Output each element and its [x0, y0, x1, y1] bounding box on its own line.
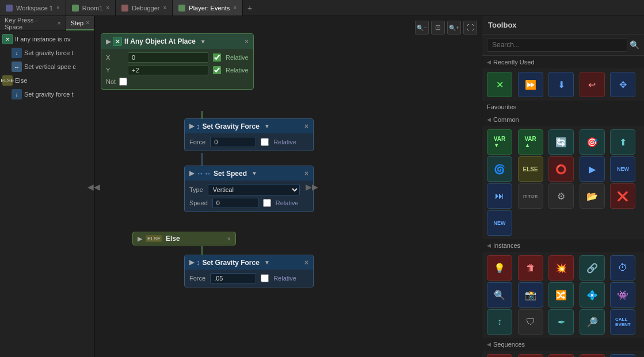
light-icon[interactable]: 💡 [487, 255, 512, 281]
var-set-icon[interactable]: VAR▼ [487, 129, 512, 155]
else-block[interactable]: ▶ ELSE Else × [132, 232, 236, 245]
tab-room1-close[interactable]: × [106, 5, 109, 11]
spin-icon[interactable]: 🌀 [487, 156, 512, 182]
left-panel-collapse-button[interactable]: ◀◀ [87, 182, 100, 191]
shuffle-icon[interactable]: 🔀 [548, 282, 574, 308]
set-speed-speed-input[interactable] [212, 198, 258, 208]
search-icon[interactable]: 🔍 [630, 40, 639, 49]
tab-key-press-space-close[interactable]: × [58, 20, 61, 26]
recently-used-move-icon[interactable]: ✥ [610, 72, 635, 97]
alarm-icon[interactable]: ⏱ [610, 255, 635, 281]
if-block-header[interactable]: ▶ ✕ If Any Object At Place ▼ × [101, 34, 253, 49]
common-grid: VAR▼ VAR▲ 🔄 🎯 ⬆ 🌀 ELSE ⭕ ▶ NEW ⏭ mm:m ⚙ … [482, 126, 644, 239]
repeat-icon[interactable]: ⭕ [548, 156, 574, 182]
section-sequences[interactable]: ◀ Sequences [482, 338, 644, 351]
section-favourites[interactable]: Favourites [482, 101, 644, 113]
set-gravity2-close[interactable]: × [304, 259, 308, 267]
if-block-dropdown-icon[interactable]: ▼ [200, 39, 206, 45]
timer-icon[interactable]: mm:m [518, 183, 543, 209]
recently-used-return-icon[interactable]: ↩ [580, 72, 605, 97]
var-get-icon[interactable]: VAR▲ [518, 129, 543, 155]
set-speed-type-select[interactable]: Vertical Horizontal Both [208, 184, 300, 195]
list-item[interactable]: ELSE Else [0, 74, 94, 87]
zoom-fit-button[interactable]: ⊡ [431, 21, 445, 34]
seq-right-icon[interactable]: ▶ [548, 354, 574, 357]
destroy-icon[interactable]: 🗑 [518, 255, 543, 281]
right-panel-collapse-button[interactable]: ▶▶ [306, 182, 318, 191]
tab-step-close[interactable]: × [86, 20, 89, 26]
flip-icon[interactable]: ↕ [487, 309, 512, 335]
recently-used-condition-icon[interactable]: ✕ [487, 72, 512, 97]
pen-icon[interactable]: ✒ [548, 309, 574, 335]
target-icon[interactable]: 🎯 [580, 129, 605, 155]
delete-icon[interactable]: ❌ [610, 183, 635, 209]
set-gravity-dropdown-icon[interactable]: ▼ [264, 123, 270, 129]
list-item[interactable]: ↓ Set gravity force t [0, 46, 94, 60]
set-speed-close[interactable]: × [304, 170, 308, 178]
set-gravity2-header[interactable]: ▶ ↕ Set Gravity Force ▼ × [185, 255, 313, 270]
list-item[interactable]: ↔ Set vertical spee c [0, 60, 94, 74]
seq-down-icon[interactable]: ⬇ [580, 354, 605, 357]
link-icon[interactable]: 🔗 [580, 255, 605, 281]
shield-icon[interactable]: 🛡 [518, 309, 543, 335]
tab-workspace-close[interactable]: × [56, 5, 60, 11]
tab-room1[interactable]: Room1 × [66, 0, 116, 16]
set-gravity2-force-input[interactable] [210, 273, 256, 283]
set-gravity-header[interactable]: ▶ ↕ Set Gravity Force ▼ × [185, 119, 313, 133]
add-tab-button[interactable]: + [243, 3, 257, 13]
if-block-close[interactable]: × [245, 38, 248, 45]
set-gravity-relative-checkbox[interactable] [261, 138, 269, 146]
if-block-x-relative-checkbox[interactable] [213, 53, 221, 62]
tab-step[interactable]: Step × [66, 16, 94, 30]
if-block-x-input[interactable] [128, 52, 208, 63]
set-gravity-force-input[interactable] [210, 137, 256, 147]
zoom-out-button[interactable]: 🔍− [415, 21, 429, 34]
list-item[interactable]: ✕ If any instance is ov [0, 32, 94, 46]
zoom-icon[interactable]: 🔎 [580, 309, 605, 335]
if-block-not-checkbox[interactable] [119, 78, 127, 86]
else-close-button[interactable]: × [227, 235, 231, 242]
tab-debugger[interactable]: Debugger × [116, 0, 173, 16]
camera-icon[interactable]: 📸 [518, 282, 543, 308]
set-gravity2-dropdown-icon[interactable]: ▼ [264, 259, 270, 266]
seq-up-icon[interactable]: ⬆ [518, 354, 543, 357]
seq-left-icon[interactable]: ◀ [487, 354, 512, 357]
sprite-icon[interactable]: 👾 [610, 282, 635, 308]
destroy2-icon[interactable]: 💥 [548, 255, 574, 281]
play-icon[interactable]: ▶ [580, 156, 605, 182]
tab-key-press-space[interactable]: Key Press - Space × [0, 16, 66, 30]
section-instances[interactable]: ◀ Instances [482, 239, 644, 252]
diamond-icon[interactable]: 💠 [580, 282, 605, 308]
section-recently-used[interactable]: ◀ Recently Used [482, 56, 644, 68]
tab-debugger-close[interactable]: × [163, 5, 166, 11]
up-icon[interactable]: ⬆ [610, 129, 635, 155]
section-common[interactable]: ◀ Common [482, 113, 644, 126]
if-block-y-relative-checkbox[interactable] [213, 66, 221, 74]
fullscreen-button[interactable]: ⛶ [463, 21, 477, 34]
tab-player-events[interactable]: Player: Events × [173, 0, 243, 16]
zoom-in-button[interactable]: 🔍+ [447, 21, 461, 34]
new2-icon[interactable]: NEW [487, 210, 512, 236]
set-speed-header[interactable]: ▶ ↔↔ Set Speed ▼ × [185, 166, 313, 181]
next-icon[interactable]: ⏭ [487, 183, 512, 209]
find-icon[interactable]: 🔍 [487, 282, 512, 308]
recently-used-gravity-down-icon[interactable]: ⬇ [548, 72, 574, 97]
else-block-icon[interactable]: ELSE [518, 156, 543, 182]
tab-workspace[interactable]: Workspace 1 × [0, 0, 66, 16]
seq-loop-icon[interactable]: 🔁 [610, 354, 635, 357]
call-event-icon[interactable]: CALLEVENT [610, 309, 635, 335]
tab-player-events-close[interactable]: × [233, 5, 237, 11]
folder-icon[interactable]: 📂 [580, 183, 605, 209]
new-icon[interactable]: NEW [610, 156, 635, 182]
list-item[interactable]: ↓ Set gravity force t [0, 87, 94, 101]
settings-icon[interactable]: ⚙ [548, 183, 574, 209]
set-speed-dropdown-icon[interactable]: ▼ [251, 170, 257, 176]
search-input[interactable] [487, 38, 627, 52]
set-gravity-close[interactable]: × [304, 122, 308, 130]
recently-used-fast-forward-icon[interactable]: ⏩ [518, 72, 543, 97]
if-block-y-input[interactable] [128, 65, 208, 75]
rotate-icon[interactable]: 🔄 [548, 129, 574, 155]
set-gravity2-relative-checkbox[interactable] [261, 274, 269, 282]
if-block-x-label: X [106, 54, 123, 61]
set-speed-relative-checkbox[interactable] [263, 199, 271, 207]
